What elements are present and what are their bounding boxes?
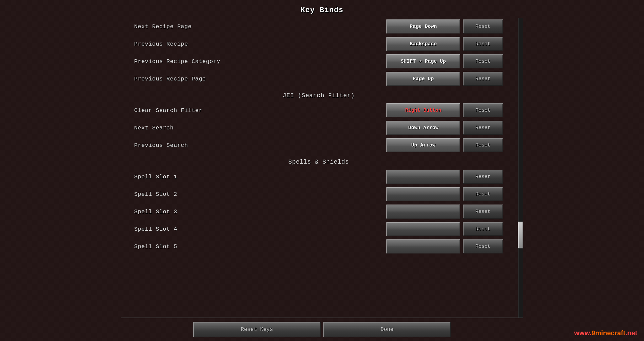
keybind-row-next-search: Next SearchDown ArrowReset <box>121 119 517 136</box>
reset-button-spell-slot-5[interactable]: Reset <box>463 239 503 253</box>
reset-button-previous-recipe[interactable]: Reset <box>463 37 503 51</box>
keybind-row-spell-slot-2: Spell Slot 2Reset <box>121 185 517 203</box>
keybind-label-previous-recipe-category: Previous Recipe Category <box>134 58 386 65</box>
reset-button-next-search[interactable]: Reset <box>463 121 503 135</box>
key-button-previous-recipe[interactable]: Backspace <box>386 37 460 51</box>
keybind-row-next-recipe-page: Next Recipe PagePage DownReset <box>121 18 517 35</box>
key-button-spell-slot-4[interactable] <box>386 222 460 236</box>
keybind-label-previous-recipe-page: Previous Recipe Page <box>134 76 386 82</box>
keybind-label-previous-recipe: Previous Recipe <box>134 41 386 47</box>
key-button-previous-recipe-category[interactable]: SHIFT + Page Up <box>386 54 460 68</box>
key-button-previous-search[interactable]: Up Arrow <box>386 138 460 152</box>
keybind-row-spell-slot-1: Spell Slot 1Reset <box>121 168 517 185</box>
key-button-spell-slot-1[interactable] <box>386 170 460 184</box>
section-header-search: JEI (Search Filter) <box>121 88 517 102</box>
reset-button-spell-slot-2[interactable]: Reset <box>463 187 503 201</box>
keybind-row-spell-slot-4: Spell Slot 4Reset <box>121 220 517 238</box>
keybind-label-spell-slot-4: Spell Slot 4 <box>134 226 386 232</box>
keybind-label-spell-slot-1: Spell Slot 1 <box>134 174 386 180</box>
keybind-label-previous-search: Previous Search <box>134 142 386 149</box>
reset-button-clear-search-filter[interactable]: Reset <box>463 103 503 117</box>
watermark: www.9minecraft.net <box>574 329 637 337</box>
keybind-label-spell-slot-2: Spell Slot 2 <box>134 191 386 197</box>
key-button-previous-recipe-page[interactable]: Page Up <box>386 72 460 86</box>
keybind-label-next-recipe-page: Next Recipe Page <box>134 23 386 30</box>
key-button-spell-slot-2[interactable] <box>386 187 460 201</box>
reset-keys-button[interactable]: Reset Keys <box>193 322 321 337</box>
reset-button-next-recipe-page[interactable]: Reset <box>463 19 503 34</box>
reset-button-previous-search[interactable]: Reset <box>463 138 503 152</box>
keybind-label-spell-slot-3: Spell Slot 3 <box>134 209 386 215</box>
key-button-next-search[interactable]: Down Arrow <box>386 121 460 135</box>
key-button-clear-search-filter[interactable]: Right Button <box>386 103 460 117</box>
reset-button-previous-recipe-category[interactable]: Reset <box>463 54 503 68</box>
key-button-next-recipe-page[interactable]: Page Down <box>386 19 460 34</box>
keybind-row-previous-search: Previous SearchUp ArrowReset <box>121 136 517 154</box>
keybind-row-spell-slot-5: Spell Slot 5Reset <box>121 238 517 255</box>
scrollbar-thumb[interactable] <box>518 222 523 248</box>
reset-button-previous-recipe-page[interactable]: Reset <box>463 72 503 86</box>
key-button-spell-slot-3[interactable] <box>386 205 460 219</box>
keybind-row-spell-slot-3: Spell Slot 3Reset <box>121 203 517 220</box>
keybind-label-next-search: Next Search <box>134 125 386 131</box>
bottom-bar: Reset Keys Done <box>121 318 523 341</box>
keybind-row-previous-recipe-page: Previous Recipe PagePage UpReset <box>121 70 517 88</box>
reset-button-spell-slot-4[interactable]: Reset <box>463 222 503 236</box>
section-header-spells: Spells & Shields <box>121 154 517 168</box>
page-title: Key Binds <box>301 0 343 18</box>
keybind-row-previous-recipe-category: Previous Recipe CategorySHIFT + Page UpR… <box>121 53 517 70</box>
keybind-row-clear-search-filter: Clear Search FilterRight ButtonReset <box>121 102 517 119</box>
reset-button-spell-slot-3[interactable]: Reset <box>463 205 503 219</box>
keybind-row-previous-recipe: Previous RecipeBackspaceReset <box>121 35 517 53</box>
reset-button-spell-slot-1[interactable]: Reset <box>463 170 503 184</box>
keybind-label-spell-slot-5: Spell Slot 5 <box>134 243 386 250</box>
key-button-spell-slot-5[interactable] <box>386 239 460 253</box>
keybind-label-clear-search-filter: Clear Search Filter <box>134 107 386 114</box>
done-button[interactable]: Done <box>323 322 451 337</box>
scrollbar-track <box>518 18 523 318</box>
